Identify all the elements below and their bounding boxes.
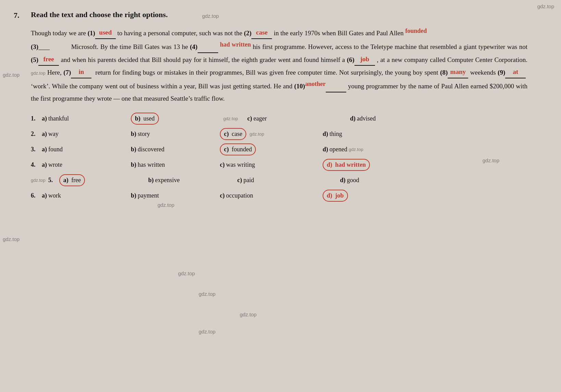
option-5d: d) good xyxy=(340,176,436,185)
option-4c: c) was writing xyxy=(220,160,323,169)
task-number: 7. xyxy=(14,10,31,20)
answer-3-label: founded xyxy=(405,27,427,34)
watermark-6: gdz.top xyxy=(3,236,20,242)
watermark-9: gdz.top xyxy=(240,312,257,317)
watermark-5: gdz.top xyxy=(158,202,174,208)
answer-6: job xyxy=(360,55,369,63)
watermark-8: gdz.top xyxy=(199,291,215,297)
option-4b: b) has written xyxy=(131,160,220,169)
option-6c: c) occupation xyxy=(220,191,323,200)
option-5a: a) free xyxy=(59,174,148,186)
watermark-7: gdz.top xyxy=(178,270,195,276)
option-3d: d) opened gdz.top xyxy=(323,145,419,154)
circled-4d: d) had written xyxy=(323,159,370,171)
circled-6d: d) job xyxy=(323,190,348,202)
answer-1: used xyxy=(99,29,112,36)
answer-7: in xyxy=(78,68,84,75)
watermark-1: gdz.top xyxy=(537,3,554,9)
option-2c: c) case gdz.top xyxy=(220,128,323,140)
option-3b: b) discovered xyxy=(131,145,220,154)
answer-5: free xyxy=(43,55,54,63)
option-2b: b) story xyxy=(131,129,220,139)
option-row-2: 2. a) way b) story c) case gdz.top d) th… xyxy=(31,128,527,140)
option-num-4: 4. xyxy=(31,160,42,169)
circled-3c: c) founded xyxy=(220,143,256,155)
watermark-2: gdz.top xyxy=(202,13,219,19)
task-title: Read the text and choose the right optio… xyxy=(31,10,168,19)
answer-9: at xyxy=(513,68,518,75)
option-5b: b) expensive xyxy=(148,176,237,185)
option-3a: a) found xyxy=(42,145,131,154)
answer-8: many xyxy=(450,68,466,75)
circled-1b: b) used xyxy=(131,113,159,125)
option-6a: a) work xyxy=(42,191,131,200)
answer-4-label: had written xyxy=(220,41,251,48)
option-6b: b) payment xyxy=(131,191,220,200)
task-header: 7. Read the text and choose the right op… xyxy=(14,10,547,20)
watermark-3: gdz.top xyxy=(3,72,20,78)
option-1d: d) advised xyxy=(350,114,446,123)
answer-2: case xyxy=(256,29,268,36)
option-1b: b) used xyxy=(131,113,220,125)
options-section: 1. a) thankful b) used gdz.top c) eager … xyxy=(31,113,527,202)
option-num-1: 1. xyxy=(31,114,42,123)
option-num-2: 2. xyxy=(31,129,42,139)
option-5c: c) paid xyxy=(237,176,340,185)
option-1a: a) thankful xyxy=(42,114,131,123)
option-4d: d) had written xyxy=(323,159,419,171)
option-row-3: 3. a) found b) discovered c) founded d) … xyxy=(31,143,527,155)
option-6d: d) job xyxy=(323,190,419,202)
option-2d: d) thing xyxy=(323,129,419,139)
text-block: Though today we are (1)used to having a … xyxy=(31,25,527,104)
option-row-6: 6. a) work b) payment c) occupation d) j… xyxy=(31,190,527,202)
option-num-5: 5. xyxy=(48,176,59,185)
option-num-6: 6. xyxy=(31,191,42,200)
watermark-4: gdz.top xyxy=(483,157,499,163)
option-1c: c) eager xyxy=(247,114,350,123)
option-row-1: 1. a) thankful b) used gdz.top c) eager … xyxy=(31,113,527,125)
option-num-3: 3. xyxy=(31,145,42,154)
option-row-4: 4. a) wrote b) has written c) was writin… xyxy=(31,159,527,171)
option-4a: a) wrote xyxy=(42,160,131,169)
option-3c: c) founded xyxy=(220,143,323,155)
answer-10: another xyxy=(305,80,326,87)
circled-2c: c) case xyxy=(220,128,246,140)
watermark-10: gdz.top xyxy=(199,329,215,334)
circled-5a: a) free xyxy=(59,174,85,186)
option-2a: a) way xyxy=(42,129,131,139)
option-row-5: gdz.top 5. a) free b) expensive c) paid … xyxy=(31,174,527,186)
